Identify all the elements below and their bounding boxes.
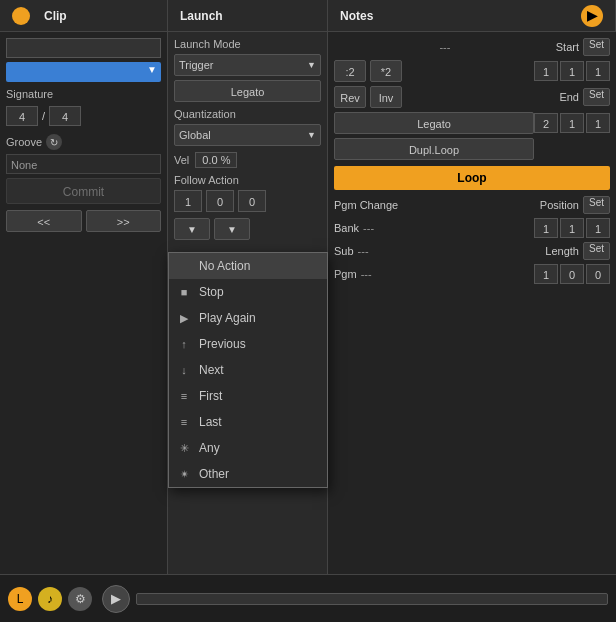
action-arrow-down1[interactable]: ▼ [174,218,210,240]
pgm-len-vals-row: Pgm --- 1 0 0 [334,264,610,284]
menu-item-no-action-label: No Action [199,259,250,273]
sig-num-box[interactable]: 4 [6,106,38,126]
start-set-button[interactable]: Set [583,38,610,56]
dupl-loop-button[interactable]: Dupl.Loop [334,138,534,160]
follow-num1[interactable]: 1 [174,190,202,212]
bottom-bar: L ♪ ⚙ ▶ [0,574,616,622]
follow-num3[interactable]: 0 [238,190,266,212]
music-icon[interactable]: ♪ [38,587,62,611]
len-val-1[interactable]: 1 [534,264,558,284]
menu-item-stop[interactable]: ■ Stop [169,279,327,305]
star2-button[interactable]: *2 [370,60,402,82]
previous-icon: ↑ [177,338,191,350]
start-row: Start Set [556,38,610,56]
play-again-icon: ▶ [177,312,191,325]
follow-num2[interactable]: 0 [206,190,234,212]
vel-value[interactable]: 0.0 % [195,152,237,168]
bank-label: Bank [334,222,359,234]
rev-button[interactable]: Rev [334,86,366,108]
length-set-button[interactable]: Set [583,242,610,260]
trigger-dropdown[interactable]: Trigger ▼ [174,54,321,76]
nav-row: << >> [6,210,161,232]
menu-item-next[interactable]: ↓ Next [169,357,327,383]
commit-button[interactable]: Commit [6,178,161,204]
legato-button[interactable]: Legato [334,112,534,134]
start-val-3[interactable]: 1 [586,61,610,81]
sub-value: --- [358,245,369,257]
pos-val-1[interactable]: 1 [534,218,558,238]
end-val-1[interactable]: 2 [534,113,558,133]
menu-item-first[interactable]: ≡ First [169,383,327,409]
sig-den-box[interactable]: 4 [49,106,81,126]
clip-tab-label: Clip [44,9,67,23]
nav-next-button[interactable]: >> [86,210,162,232]
menu-item-previous-label: Previous [199,337,246,351]
position-set-button[interactable]: Set [583,196,610,214]
wrench-icon[interactable]: ⚙ [68,587,92,611]
loop-button[interactable]: Loop [334,166,610,190]
colon2-button[interactable]: :2 [334,60,366,82]
menu-item-other-label: Other [199,467,229,481]
notes-tab-label: Notes [340,9,373,23]
vel-row: Vel 0.0 % [174,152,321,168]
notes-top: --- Start Set [334,38,610,56]
end-val-3[interactable]: 1 [586,113,610,133]
first-icon: ≡ [177,390,191,402]
vel-label: Vel [174,154,189,166]
len-val-3[interactable]: 0 [586,264,610,284]
menu-item-other[interactable]: ✴ Other [169,461,327,487]
clip-tab[interactable]: Clip [0,0,168,31]
menu-item-previous[interactable]: ↑ Previous [169,331,327,357]
clip-color-bar[interactable] [6,62,161,82]
start-val-1[interactable]: 1 [534,61,558,81]
menu-item-play-again[interactable]: ▶ Play Again [169,305,327,331]
legato-button[interactable]: Legato [174,80,321,102]
length-header-row: Length Set [545,242,610,260]
columns: Signature 4 / 4 Groove ↻ None Commit << … [0,32,616,574]
global-dropdown[interactable]: Global ▼ [174,124,321,146]
legato-end-row: Legato 2 1 1 [334,112,610,134]
action-arrow-down2[interactable]: ▼ [214,218,250,240]
main-container: Clip Launch Notes ▶ Signature 4 / 4 Groo… [0,0,616,622]
pos-val-3[interactable]: 1 [586,218,610,238]
start-val-2[interactable]: 1 [560,61,584,81]
follow-num-row: 1 0 0 [174,190,321,212]
menu-item-stop-label: Stop [199,285,224,299]
groove-refresh-icon[interactable]: ↻ [46,134,62,150]
inv-button[interactable]: Inv [370,86,402,108]
clip-circle-icon [12,7,30,25]
last-icon: ≡ [177,416,191,428]
play-button[interactable]: ▶ [102,585,130,613]
end-set-button[interactable]: Set [583,88,610,106]
bank-value: --- [363,222,374,234]
pos-val-2[interactable]: 1 [560,218,584,238]
l-icon[interactable]: L [8,587,32,611]
menu-item-next-label: Next [199,363,224,377]
stop-icon: ■ [177,286,191,298]
sig-values-row: 4 / 4 [6,106,161,126]
notes-tab[interactable]: Notes ▶ [328,0,616,31]
global-row: Global ▼ [174,124,321,146]
menu-item-last[interactable]: ≡ Last [169,409,327,435]
follow-action-label: Follow Action [174,174,321,186]
action-arrow-row: ▼ ▼ [174,218,321,240]
groove-label: Groove [6,136,42,148]
clip-name-input[interactable] [6,38,161,58]
launch-mode-label: Launch Mode [174,38,321,50]
launch-tab-label: Launch [180,9,223,23]
global-arrow-icon: ▼ [307,130,316,140]
menu-item-no-action[interactable]: No Action [169,253,327,279]
menu-item-any[interactable]: ✳ Any [169,435,327,461]
end-label: End [559,91,579,103]
end-val-2[interactable]: 1 [560,113,584,133]
arrow-icon[interactable]: ▶ [581,5,603,27]
colon-star-btns: :2 *2 [334,60,402,82]
none-box[interactable]: None [6,154,161,174]
launch-tab[interactable]: Launch [168,0,328,31]
sub-row: Sub --- [334,245,369,257]
nav-prev-button[interactable]: << [6,210,82,232]
follow-action-dropdown: No Action ■ Stop ▶ Play Again ↑ Previous… [168,252,328,488]
dupl-row: Dupl.Loop [334,138,610,160]
other-icon: ✴ [177,468,191,481]
len-val-2[interactable]: 0 [560,264,584,284]
